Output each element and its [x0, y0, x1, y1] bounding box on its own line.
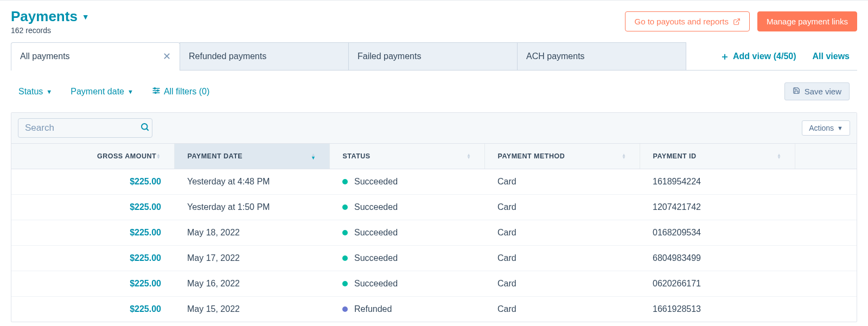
col-payment-date[interactable]: PAYMENT DATE ▲▼	[174, 144, 329, 169]
external-link-icon	[733, 18, 741, 25]
cell-payment-id: 6804983499	[640, 246, 795, 271]
chevron-down-icon: ▼	[127, 88, 133, 95]
table-row[interactable]: $225.00May 16, 2022SucceededCard06202661…	[11, 271, 857, 297]
cell-payment-id: 0620266171	[640, 271, 795, 297]
col-gross-amount[interactable]: GROSS AMOUNT ▲▼	[11, 144, 174, 169]
sort-icon: ▲▼	[156, 154, 161, 159]
tab-failed-payments[interactable]: Failed payments	[348, 42, 518, 70]
col-label: PAYMENT METHOD	[498, 152, 565, 160]
cell-payment-method: Card	[484, 297, 640, 322]
all-filters-button[interactable]: All filters (0)	[152, 86, 209, 97]
plus-icon: ＋	[720, 52, 730, 61]
cell-status: Succeeded	[329, 195, 484, 220]
sort-icon: ▲▼	[777, 154, 781, 159]
status-dot-icon	[342, 255, 348, 261]
filter-status-label: Status	[18, 87, 43, 97]
status-text: Succeeded	[354, 228, 398, 238]
col-payment-id[interactable]: PAYMENT ID ▲▼	[640, 144, 795, 169]
payouts-reports-button[interactable]: Go to payouts and reports	[625, 11, 749, 31]
manage-payment-links-label: Manage payment links	[767, 17, 848, 26]
table-row[interactable]: $225.00May 18, 2022SucceededCard01682095…	[11, 220, 857, 246]
all-views-link[interactable]: All views	[813, 52, 850, 61]
all-filters-label: All filters (0)	[164, 87, 209, 97]
tab-label: Refunded payments	[189, 52, 266, 61]
status-text: Succeeded	[354, 202, 398, 212]
table-row[interactable]: $225.00Yesterday at 1:50 PMSucceededCard…	[11, 195, 857, 220]
cell-spacer	[795, 195, 857, 220]
col-label: PAYMENT DATE	[188, 152, 243, 160]
svg-line-0	[736, 18, 739, 22]
save-view-label: Save view	[805, 87, 841, 96]
table-actions-button[interactable]: Actions ▼	[802, 120, 850, 136]
table-actions-label: Actions	[809, 124, 834, 132]
cell-status: Succeeded	[329, 246, 484, 271]
cell-gross-amount[interactable]: $225.00	[11, 169, 174, 195]
cell-payment-method: Card	[484, 271, 640, 297]
cell-payment-date: Yesterday at 1:50 PM	[174, 195, 329, 220]
record-count: 162 records	[11, 26, 90, 35]
payments-table: GROSS AMOUNT ▲▼ PAYMENT DATE ▲▼ STATUS	[11, 144, 857, 322]
status-text: Succeeded	[354, 279, 398, 289]
chevron-down-icon: ▼	[837, 125, 843, 131]
search-box[interactable]	[18, 118, 152, 138]
cell-payment-id: 0168209534	[640, 220, 795, 246]
cell-status: Refunded	[329, 297, 484, 322]
tab-all-payments[interactable]: All payments ✕	[11, 42, 180, 70]
payouts-reports-label: Go to payouts and reports	[634, 17, 728, 26]
table-row[interactable]: $225.00Yesterday at 4:48 PMSucceededCard…	[11, 169, 857, 195]
view-tabs: All payments ✕ Refunded payments Failed …	[11, 42, 857, 71]
add-view-label: Add view (4/50)	[733, 52, 796, 61]
page-title: Payments	[11, 8, 78, 25]
save-icon	[793, 87, 800, 96]
save-view-button[interactable]: Save view	[784, 82, 850, 100]
cell-payment-id: 1207421742	[640, 195, 795, 220]
col-status[interactable]: STATUS ▲▼	[329, 144, 484, 169]
status-text: Succeeded	[354, 177, 398, 187]
tab-ach-payments[interactable]: ACH payments	[517, 42, 686, 70]
cell-payment-method: Card	[484, 195, 640, 220]
svg-point-7	[142, 124, 148, 130]
tab-refunded-payments[interactable]: Refunded payments	[180, 42, 349, 70]
cell-gross-amount[interactable]: $225.00	[11, 297, 174, 322]
cell-payment-method: Card	[484, 220, 640, 246]
close-icon[interactable]: ✕	[158, 50, 171, 62]
col-label: GROSS AMOUNT	[24, 152, 156, 160]
col-label: PAYMENT ID	[653, 152, 697, 160]
chevron-down-icon: ▼	[82, 12, 90, 21]
cell-gross-amount[interactable]: $225.00	[11, 246, 174, 271]
tab-label: ACH payments	[526, 52, 585, 61]
manage-payment-links-button[interactable]: Manage payment links	[757, 11, 857, 31]
cell-gross-amount[interactable]: $225.00	[11, 271, 174, 297]
sort-icon: ▲▼	[622, 154, 626, 159]
filter-status[interactable]: Status ▼	[18, 87, 52, 97]
add-view-button[interactable]: ＋ Add view (4/50)	[720, 52, 796, 61]
page-title-dropdown[interactable]: Payments ▼	[11, 8, 90, 25]
search-input[interactable]	[25, 123, 140, 133]
cell-gross-amount[interactable]: $225.00	[11, 195, 174, 220]
filter-payment-date-label: Payment date	[71, 87, 124, 97]
cell-payment-method: Card	[484, 246, 640, 271]
payments-table-container: Actions ▼ GROSS AMOUNT ▲▼ PAYMENT DAT	[11, 112, 857, 322]
sort-desc-icon: ▲▼	[311, 153, 316, 159]
cell-status: Succeeded	[329, 271, 484, 297]
table-row[interactable]: $225.00May 17, 2022SucceededCard68049834…	[11, 246, 857, 271]
sort-icon: ▲▼	[467, 154, 471, 159]
cell-spacer	[795, 220, 857, 246]
cell-payment-date: Yesterday at 4:48 PM	[174, 169, 329, 195]
status-dot-icon	[342, 204, 348, 210]
status-text: Refunded	[354, 304, 392, 314]
cell-spacer	[795, 271, 857, 297]
status-dot-icon	[342, 230, 348, 235]
status-dot-icon	[342, 306, 348, 312]
table-row[interactable]: $225.00May 15, 2022RefundedCard166192851…	[11, 297, 857, 322]
svg-line-8	[146, 129, 148, 130]
col-payment-method[interactable]: PAYMENT METHOD ▲▼	[484, 144, 640, 169]
cell-payment-id: 1618954224	[640, 169, 795, 195]
search-icon	[140, 122, 150, 134]
cell-status: Succeeded	[329, 220, 484, 246]
chevron-down-icon: ▼	[46, 88, 52, 95]
cell-spacer	[795, 297, 857, 322]
filter-payment-date[interactable]: Payment date ▼	[71, 87, 133, 97]
filter-sliders-icon	[152, 86, 161, 97]
cell-gross-amount[interactable]: $225.00	[11, 220, 174, 246]
